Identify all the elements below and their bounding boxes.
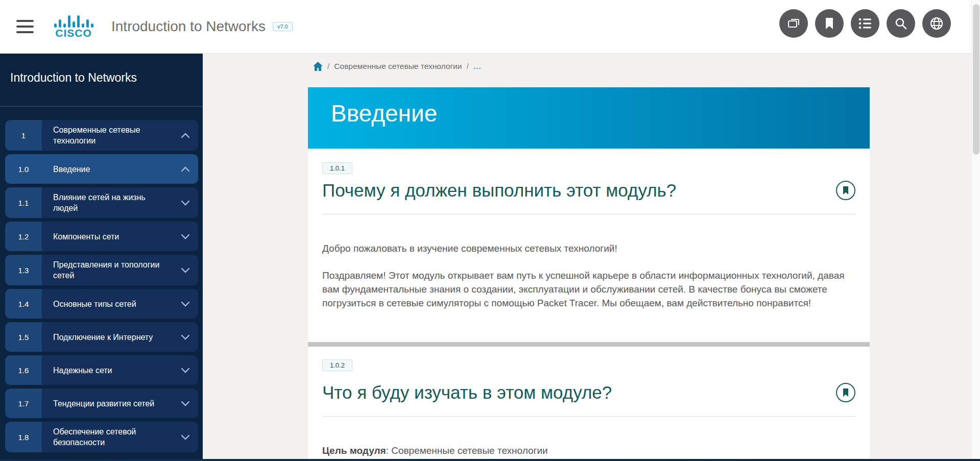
nav-item-number: 1.6 bbox=[5, 355, 42, 385]
chevron-down-icon[interactable] bbox=[181, 368, 190, 373]
breadcrumb: / Современные сетевые технологии / ... bbox=[313, 62, 482, 71]
module-goal-label: Цель модуля bbox=[322, 445, 386, 456]
nav-item-1-3[interactable]: 1.3 Представления и топологии сетей bbox=[5, 255, 198, 285]
module-goal-value: : Современные сетевые технологии bbox=[386, 445, 548, 456]
cisco-logo: CISCO bbox=[50, 14, 97, 39]
chevron-up-icon[interactable] bbox=[181, 133, 190, 138]
topic-paragraph: Поздравляем! Этот модуль открывает вам п… bbox=[322, 269, 855, 310]
home-icon[interactable] bbox=[313, 62, 323, 71]
chevron-down-icon[interactable] bbox=[181, 334, 190, 340]
topic-paragraph: Добро пожаловать в изучение современных … bbox=[322, 241, 855, 255]
nav-item-1[interactable]: 1 Современные сетевые технологии bbox=[5, 120, 198, 151]
chevron-up-icon[interactable] bbox=[181, 166, 190, 172]
course-title: Introduction to Networks bbox=[111, 18, 266, 35]
section-divider bbox=[308, 342, 870, 347]
chevron-down-icon[interactable] bbox=[181, 434, 190, 440]
hamburger-menu-icon[interactable] bbox=[16, 20, 35, 33]
pages-icon[interactable] bbox=[779, 9, 808, 38]
chevron-down-icon[interactable] bbox=[181, 301, 190, 307]
topic-heading-row: Почему я должен выполнить этот модуль? bbox=[322, 180, 855, 201]
section-banner: Введение bbox=[308, 87, 870, 149]
version-badge: v7.0 bbox=[273, 22, 293, 31]
page-scrollbar[interactable] bbox=[971, 0, 980, 461]
nav-item-1-0[interactable]: 1.0 Введение bbox=[5, 154, 198, 184]
nav-item-1-2[interactable]: 1.2 Компоненты сети bbox=[5, 222, 198, 251]
nav-item-label: Представления и топологии сетей bbox=[42, 255, 198, 285]
module-nav-list: 1 Современные сетевые технологии 1.0 Вве… bbox=[0, 107, 203, 452]
nav-item-1-1[interactable]: 1.1 Влияние сетей на жизнь людей bbox=[5, 187, 198, 218]
nav-item-label: Тенденции развития сетей bbox=[42, 389, 198, 418]
chevron-down-icon[interactable] bbox=[181, 234, 190, 239]
nav-item-1-8[interactable]: 1.8 Обеспечение сетевой безопасности bbox=[5, 422, 198, 452]
topic-heading-row: Что я буду изучать в этом модуле? bbox=[322, 382, 855, 403]
nav-item-number: 1.8 bbox=[5, 422, 42, 452]
cisco-logo-text: CISCO bbox=[55, 28, 92, 39]
bottom-edge-bar bbox=[0, 459, 980, 461]
topic-title: Почему я должен выполнить этот модуль? bbox=[322, 180, 676, 201]
nav-item-label: Обеспечение сетевой безопасности bbox=[42, 422, 198, 452]
breadcrumb-ellipsis[interactable]: ... bbox=[473, 62, 482, 71]
topic-badge: 1.0.1 bbox=[322, 162, 352, 174]
heading-divider bbox=[322, 416, 855, 417]
banner-title: Введение bbox=[331, 101, 870, 126]
nav-item-number: 1.7 bbox=[5, 389, 42, 418]
breadcrumb-separator: / bbox=[466, 62, 468, 71]
heading-divider bbox=[322, 214, 855, 214]
breadcrumb-module-link[interactable]: Современные сетевые технологии bbox=[334, 62, 462, 71]
nav-item-label: Надежные сети bbox=[42, 355, 198, 385]
nav-item-label: Влияние сетей на жизнь людей bbox=[42, 187, 198, 218]
nav-item-label: Подключение к Интернету bbox=[42, 322, 198, 352]
nav-item-number: 1 bbox=[5, 120, 42, 151]
nav-item-1-7[interactable]: 1.7 Тенденции развития сетей bbox=[5, 389, 198, 418]
main-content-area: / Современные сетевые технологии / ... В… bbox=[203, 54, 971, 459]
list-icon[interactable] bbox=[851, 9, 879, 38]
bookmark-icon[interactable] bbox=[815, 9, 844, 38]
nav-item-1-6[interactable]: 1.6 Надежные сети bbox=[5, 355, 198, 385]
nav-item-1-5[interactable]: 1.5 Подключение к Интернету bbox=[5, 322, 198, 352]
course-nav-sidebar: Introduction to Networks 1 Современные с… bbox=[0, 54, 203, 459]
scrollbar-thumb[interactable] bbox=[973, 4, 979, 155]
module-goal-line: Цель модуля: Современные сетевые техноло… bbox=[322, 444, 855, 457]
search-icon[interactable] bbox=[887, 9, 915, 38]
bookmark-topic-button[interactable] bbox=[836, 383, 855, 402]
sidebar-course-title: Introduction to Networks bbox=[0, 54, 203, 107]
chevron-down-icon[interactable] bbox=[181, 401, 190, 406]
nav-item-number: 1.0 bbox=[5, 154, 42, 184]
nav-item-number: 1.2 bbox=[5, 222, 42, 251]
globe-icon[interactable] bbox=[922, 9, 951, 38]
app-header: CISCO Introduction to Networks v7.0 bbox=[0, 0, 980, 54]
chevron-down-icon[interactable] bbox=[181, 268, 190, 273]
nav-item-label: Введение bbox=[42, 154, 198, 184]
nav-item-number: 1.3 bbox=[5, 255, 42, 285]
lesson-card: Введение 1.0.1 Почему я должен выполнить… bbox=[308, 87, 870, 459]
topic-badge: 1.0.2 bbox=[322, 359, 352, 371]
nav-item-label: Компоненты сети bbox=[42, 222, 198, 251]
nav-item-number: 1.4 bbox=[5, 289, 42, 319]
nav-item-number: 1.5 bbox=[5, 322, 42, 352]
bookmark-topic-button[interactable] bbox=[836, 181, 855, 200]
breadcrumb-separator: / bbox=[327, 62, 329, 71]
nav-item-label: Современные сетевые технологии bbox=[42, 120, 198, 151]
chevron-down-icon[interactable] bbox=[181, 200, 190, 206]
lesson-body: 1.0.1 Почему я должен выполнить этот мод… bbox=[308, 149, 870, 457]
nav-item-label: Основные типы сетей bbox=[42, 289, 198, 319]
header-toolbar bbox=[779, 9, 951, 38]
nav-item-number: 1.1 bbox=[5, 187, 42, 218]
nav-item-1-4[interactable]: 1.4 Основные типы сетей bbox=[5, 289, 198, 319]
topic-title: Что я буду изучать в этом модуле? bbox=[322, 382, 612, 403]
cisco-logo-bars-icon bbox=[54, 14, 93, 28]
